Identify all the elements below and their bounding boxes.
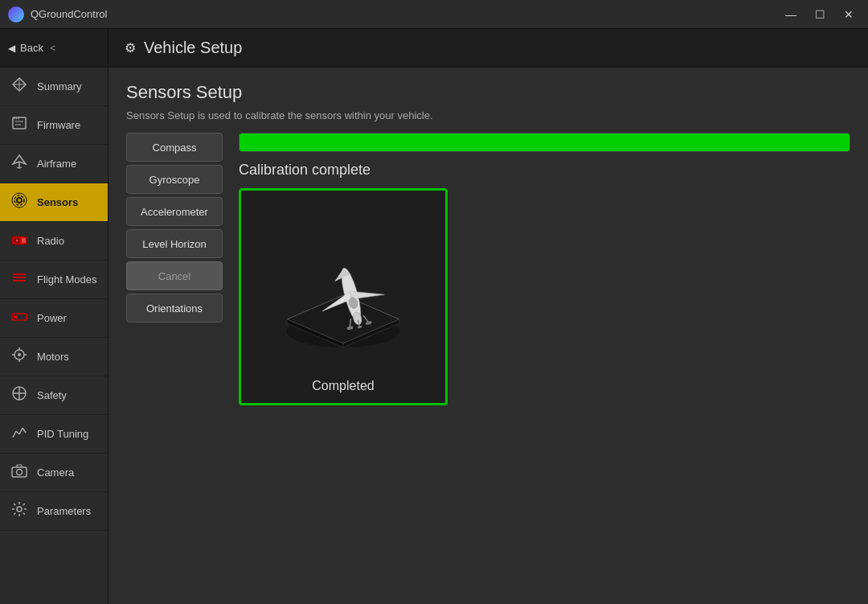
sidebar-item-parameters[interactable]: Parameters <box>0 492 108 531</box>
airframe-label: Airframe <box>37 158 76 170</box>
pid-tuning-label: PID Tuning <box>37 428 88 440</box>
right-area: ⚙ Vehicle Setup Sensors Setup Sensors Se… <box>108 29 868 604</box>
sidebar-item-firmware[interactable]: Firmware <box>0 106 108 145</box>
flight-modes-icon <box>10 269 29 290</box>
sidebar-item-flight-modes[interactable]: Flight Modes <box>0 261 108 299</box>
sidebar-item-pid-tuning[interactable]: PID Tuning <box>0 415 108 454</box>
app-icon <box>8 6 24 23</box>
sidebar-item-safety[interactable]: Safety <box>0 376 108 415</box>
airframe-icon <box>10 153 29 175</box>
svg-point-14 <box>16 240 18 242</box>
completed-box: Completed <box>239 188 448 405</box>
progress-bar-container <box>239 133 850 152</box>
sensors-label: Sensors <box>37 196 78 208</box>
page-header: ⚙ Vehicle Setup <box>108 29 868 68</box>
motors-label: Motors <box>37 351 69 363</box>
close-button[interactable]: ✕ <box>837 3 860 26</box>
back-separator: < <box>50 42 56 54</box>
radio-label: Radio <box>37 235 64 247</box>
svg-line-35 <box>16 431 19 434</box>
firmware-label: Firmware <box>37 119 80 131</box>
safety-label: Safety <box>37 389 67 401</box>
progress-bar-fill <box>240 134 850 151</box>
svg-point-26 <box>18 353 21 356</box>
sidebar-item-power[interactable]: Power <box>0 299 108 338</box>
svg-line-36 <box>19 428 23 434</box>
svg-point-10 <box>14 195 24 205</box>
camera-label: Camera <box>37 466 74 479</box>
summary-icon <box>10 76 29 97</box>
sidebar-item-summary[interactable]: Summary <box>0 68 108 106</box>
content-title: Sensors Setup <box>126 82 850 103</box>
plane-visualization <box>263 207 424 368</box>
sidebar: ◀ Back < Summary <box>0 29 108 604</box>
sensors-content: Sensors Setup Sensors Setup is used to c… <box>108 68 868 604</box>
sidebar-item-camera[interactable]: Camera <box>0 454 108 492</box>
titlebar: QGroundControl — ☐ ✕ <box>0 0 868 29</box>
page-title: Vehicle Setup <box>144 39 242 57</box>
back-label: Back <box>20 42 43 54</box>
motors-icon <box>10 346 29 368</box>
svg-line-34 <box>13 431 16 438</box>
sidebar-item-radio[interactable]: Radio <box>0 222 108 261</box>
compass-button[interactable]: Compass <box>126 133 223 162</box>
sensors-icon <box>10 191 29 213</box>
cancel-button[interactable]: Cancel <box>126 261 223 290</box>
power-icon <box>10 307 29 329</box>
orientations-button[interactable]: Orientations <box>126 294 223 323</box>
svg-line-37 <box>23 428 26 433</box>
camera-icon <box>10 462 29 483</box>
sensor-buttons-panel: Compass Gyroscope Accelerometer Level Ho… <box>126 133 223 576</box>
pid-tuning-icon <box>10 423 29 445</box>
svg-point-40 <box>17 507 22 512</box>
sidebar-item-airframe[interactable]: Airframe <box>0 145 108 183</box>
calibration-panel: Calibration complete <box>239 133 850 576</box>
back-arrow-icon: ◀ <box>8 43 15 54</box>
maximize-button[interactable]: ☐ <box>809 3 831 26</box>
gyroscope-button[interactable]: Gyroscope <box>126 165 223 194</box>
gear-icon: ⚙ <box>125 40 136 55</box>
firmware-icon <box>10 115 29 135</box>
sidebar-item-sensors[interactable]: Sensors <box>0 183 108 222</box>
svg-point-39 <box>17 470 23 475</box>
sidebar-item-motors[interactable]: Motors <box>0 338 108 376</box>
content-description: Sensors Setup is used to calibrate the s… <box>126 109 850 121</box>
back-area[interactable]: ◀ Back < <box>0 29 108 68</box>
svg-point-6 <box>14 118 15 120</box>
parameters-label: Parameters <box>37 505 91 517</box>
safety-icon <box>10 384 29 406</box>
radio-icon <box>10 230 29 252</box>
calibration-status: Calibration complete <box>239 162 850 179</box>
parameters-icon <box>10 500 29 522</box>
app-title: QGroundControl <box>31 8 780 20</box>
svg-point-7 <box>16 118 18 120</box>
svg-point-9 <box>17 198 22 203</box>
main-layout: ◀ Back < Summary <box>0 29 868 604</box>
flight-modes-label: Flight Modes <box>37 273 96 286</box>
completed-label: Completed <box>312 379 374 393</box>
svg-point-8 <box>18 118 19 120</box>
window-controls: — ☐ ✕ <box>780 3 860 26</box>
svg-rect-22 <box>14 315 18 318</box>
accelerometer-button[interactable]: Accelerometer <box>126 197 223 226</box>
minimize-button[interactable]: — <box>780 3 802 26</box>
sensors-layout: Compass Gyroscope Accelerometer Level Ho… <box>126 133 850 576</box>
power-label: Power <box>37 312 67 324</box>
summary-label: Summary <box>37 80 82 92</box>
level-horizon-button[interactable]: Level Horizon <box>126 229 223 258</box>
